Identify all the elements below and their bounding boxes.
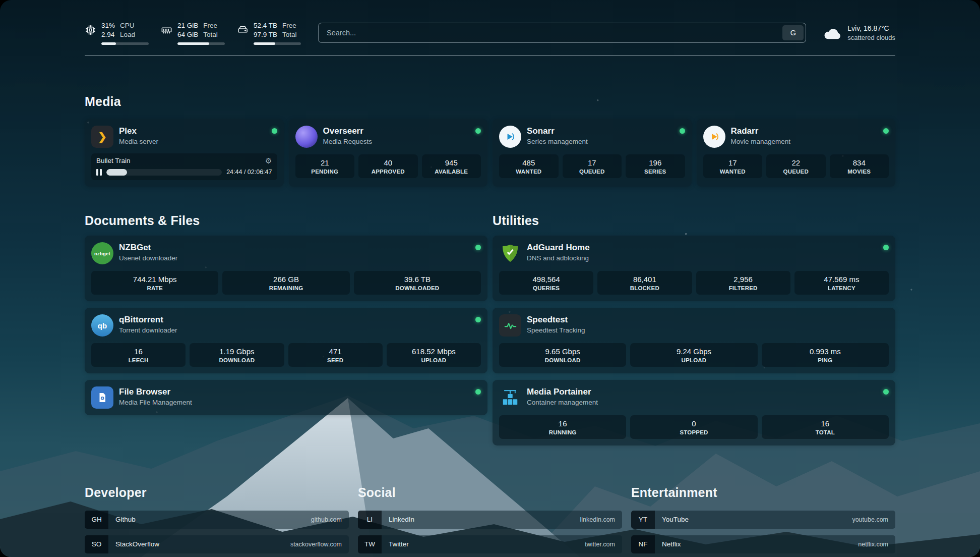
weather-condition: scattered clouds [847,33,895,42]
bookmark-group-entertainment: Entertainment YT YouTubeyoutube.com NF N… [631,475,895,557]
service-name: File Browser [119,387,470,397]
service-name: NZBGet [119,243,470,253]
stat-download: 9.65 Gbps DOWNLOAD [499,343,626,367]
stat-pending: 21 PENDING [295,154,355,178]
service-name: Media Portainer [527,387,878,397]
service-subtitle: Torrent downloader [119,326,470,334]
service-subtitle: Media server [119,138,266,145]
pause-icon[interactable] [96,169,102,176]
memory-label-2: Total [203,30,218,39]
service-card-adguard[interactable]: AdGuard Home DNS and adblocking 498,564 … [493,236,895,301]
bookmark-abbr: YT [631,511,655,529]
disk-free: 52.4 TB [254,21,277,30]
gear-icon[interactable]: ⚙ [265,157,272,164]
service-card-sonarr[interactable]: Sonarr Series management 485 WANTED 17 Q… [493,119,692,187]
status-dot [883,389,889,395]
bookmark-name: Netflix [662,540,681,548]
service-name: AdGuard Home [527,243,878,253]
service-name: Plex [119,126,266,136]
service-card-filebrowser[interactable]: File Browser Media File Management [85,380,487,415]
memory-icon [161,24,172,36]
nzbget-icon: nzbget [91,242,113,264]
section-title-developer: Developer [85,485,349,500]
cpu-icon [85,24,96,36]
stat-queued: 22 QUEUED [766,154,826,178]
section-documents: Documents & Files nzbget NZBGet Usenet d… [85,203,487,445]
bookmark-github[interactable]: GH Githubgithub.com [85,511,349,529]
section-title-documents: Documents & Files [85,213,487,228]
service-card-radarr[interactable]: Radarr Movie management 17 WANTED 22 QUE… [697,119,896,187]
cpu-loadavg: 2.94 [101,30,115,39]
bookmark-stackoverflow[interactable]: SO StackOverflowstackoverflow.com [85,535,349,553]
bookmark-url: stackoverflow.com [290,541,342,548]
bookmark-name: StackOverflow [115,540,159,548]
speedtest-icon [499,314,521,337]
section-title-media: Media [85,94,895,109]
search-provider-button[interactable]: G [782,25,804,40]
plex-now-playing: Bullet Train ⚙ 24:44 / 02:06:47 [91,153,277,180]
service-card-plex[interactable]: ❯ Plex Media server Bullet Train ⚙ [85,119,284,187]
disk-icon [237,24,249,36]
disk-label-1: Free [282,21,297,30]
bookmark-youtube[interactable]: YT YouTubeyoutube.com [631,511,895,529]
bookmark-name: YouTube [662,516,689,523]
bookmark-group-developer: Developer GH Githubgithub.com SO StackOv… [85,475,349,557]
bookmark-name: LinkedIn [389,516,414,523]
stat-available: 945 AVAILABLE [422,154,481,178]
filebrowser-icon [91,386,113,409]
topbar: 31% 2.94 CPU Load [85,17,895,55]
service-name: Overseerr [323,126,470,136]
status-dot [475,128,481,134]
bookmark-abbr: GH [85,511,108,529]
bookmark-name: Github [115,516,136,523]
stat-rate: 744.21 Mbps RATE [91,271,218,295]
bookmark-url: netflix.com [858,541,888,548]
disk-total: 97.9 TB [254,30,277,39]
memory-free: 21 GiB [177,21,198,30]
stat-running: 16 RUNNING [499,415,626,439]
stat-total: 16 TOTAL [762,415,889,439]
bookmark-twitter[interactable]: TW Twittertwitter.com [358,535,622,553]
service-name: Radarr [731,126,878,136]
search-input[interactable] [321,29,782,37]
playback-time: 24:44 / 02:06:47 [226,169,272,176]
service-card-overseerr[interactable]: Overseerr Media Requests 21 PENDING 40 A… [289,119,488,187]
service-subtitle: Media File Management [119,399,470,406]
bookmark-abbr: TW [358,535,382,553]
stat-wanted: 17 WANTED [703,154,763,178]
service-card-qbittorrent[interactable]: qb qBittorrent Torrent downloader 16 LEE… [85,308,487,373]
stat-queries: 498,564 QUERIES [499,271,593,295]
bookmark-abbr: SO [85,535,108,553]
bookmark-netflix[interactable]: NF Netflixnetflix.com [631,535,895,553]
stat-download: 1.19 Gbps DOWNLOAD [190,343,284,367]
status-dot [475,389,481,395]
resource-widgets: 31% 2.94 CPU Load [85,21,301,45]
playback-progress-bar[interactable] [106,169,222,176]
cloud-icon [823,26,841,40]
dashboard: 31% 2.94 CPU Load [0,0,980,557]
stat-latency: 47.569 ms LATENCY [794,271,889,295]
bookmark-url: linkedin.com [580,516,615,523]
bookmark-linkedin[interactable]: LI LinkedInlinkedin.com [358,511,622,529]
cpu-label-2: Load [120,30,135,39]
disk-bar [254,42,301,45]
stat-downloaded: 39.6 TB DOWNLOADED [354,271,481,295]
bookmark-url: youtube.com [852,516,888,523]
stat-ping: 0.993 ms PING [762,343,889,367]
service-subtitle: Media Requests [323,138,470,145]
memory-bar [177,42,225,45]
stat-upload: 9.24 Gbps UPLOAD [630,343,757,367]
overseerr-icon [295,126,318,148]
bookmark-group-social: Social LI LinkedInlinkedin.com TW Twitte… [358,475,622,557]
status-dot [883,245,889,250]
search-bar: G [318,23,806,43]
topbar-divider [85,55,895,56]
stat-wanted: 485 WANTED [499,154,559,178]
service-subtitle: Speedtest Tracking [527,326,889,334]
service-card-speedtest[interactable]: Speedtest Speedtest Tracking 9.65 Gbps D… [493,308,895,373]
service-card-portainer[interactable]: Media Portainer Container management 16 … [493,380,895,445]
stat-remaining: 266 GB REMAINING [222,271,349,295]
service-card-nzbget[interactable]: nzbget NZBGet Usenet downloader 744.21 M… [85,236,487,301]
stat-filtered: 2,956 FILTERED [696,271,790,295]
stat-upload: 618.52 Mbps UPLOAD [387,343,481,367]
